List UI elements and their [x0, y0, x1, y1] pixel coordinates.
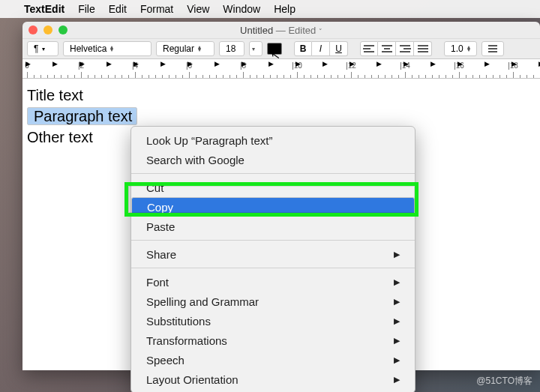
italic-button[interactable]: I: [312, 41, 330, 56]
tab-stop-icon[interactable]: ▶: [80, 60, 85, 67]
window-title-dash: —: [273, 25, 288, 36]
menu-spelling[interactable]: Spelling and Grammar: [131, 292, 415, 311]
menu-separator: [131, 268, 415, 268]
tab-stop-icon[interactable]: ▶: [268, 60, 274, 67]
tab-stop-icon[interactable]: ▶: [52, 60, 58, 67]
menu-layout-orientation[interactable]: Layout Orientation: [131, 370, 415, 389]
tab-stop-icon[interactable]: ▶: [512, 60, 517, 67]
menu-search-google[interactable]: Search with Google: [131, 150, 415, 169]
line-spacing-value: 1.0: [451, 43, 464, 54]
font-family-value: Helvetica: [70, 43, 106, 54]
tab-stop-icon[interactable]: ▶: [322, 60, 328, 67]
titlebar[interactable]: Untitled — Edited ˅: [22, 22, 540, 38]
align-justify-icon: [414, 42, 431, 55]
menu-edit[interactable]: Edit: [109, 3, 127, 15]
updown-icon: ▴▾: [467, 46, 470, 52]
menu-cut[interactable]: Cut: [131, 178, 415, 197]
bold-button[interactable]: B: [294, 41, 312, 56]
menu-share[interactable]: Share: [131, 244, 415, 264]
menu-copy[interactable]: Copy: [131, 197, 415, 217]
tab-stop-icon[interactable]: ▶: [242, 60, 247, 67]
menu-file[interactable]: File: [78, 3, 95, 15]
menu-view[interactable]: View: [187, 3, 209, 15]
watermark: @51CTO博客: [476, 375, 532, 388]
menu-window[interactable]: Window: [223, 3, 260, 15]
font-size-value: 18: [226, 43, 236, 54]
font-family-select[interactable]: Helvetica ▴▾: [63, 41, 152, 56]
text-line-selected[interactable]: Paragraph text: [27, 107, 137, 125]
system-menubar: TextEdit File Edit Format View Window He…: [0, 0, 540, 18]
window-title: Untitled — Edited ˅: [22, 25, 540, 36]
align-center-icon: [378, 42, 395, 55]
chevron-down-icon[interactable]: ˅: [319, 27, 322, 34]
alignment-group: [360, 41, 432, 56]
chevron-down-icon: ▾: [252, 46, 255, 52]
font-size-stepper[interactable]: ▾: [249, 41, 262, 56]
list-icon: [485, 42, 500, 55]
tab-stop-icon[interactable]: ▶: [160, 60, 166, 67]
tab-stop-icon[interactable]: ▶: [430, 60, 436, 67]
updown-icon: ▴▾: [198, 46, 201, 52]
align-center-button[interactable]: [378, 41, 396, 56]
text-color-swatch[interactable]: [267, 43, 282, 55]
tab-stop-icon[interactable]: ▶: [26, 60, 31, 67]
close-button[interactable]: [28, 25, 38, 34]
paragraph-style-select[interactable]: ¶ ▾: [27, 41, 58, 56]
tab-stop-icon[interactable]: ▶: [134, 60, 139, 67]
align-right-icon: [396, 42, 413, 55]
menu-font[interactable]: Font: [131, 272, 415, 292]
text-style-group: B I U: [294, 41, 348, 56]
tab-stop-icon[interactable]: ▶: [350, 60, 355, 67]
menu-help[interactable]: Help: [274, 3, 296, 15]
list-style-select[interactable]: [482, 41, 504, 56]
ruler[interactable]: 0|2|4|6|8|10|12|14|16|18 ▶▶▶▶▶▶▶▶▶▶▶▶▶▶▶…: [22, 59, 540, 79]
tab-stop-icon[interactable]: ▶: [404, 60, 409, 67]
window-title-state: Edited: [288, 25, 316, 36]
tab-stop-icon[interactable]: ▶: [376, 60, 382, 67]
menu-separator: [131, 240, 415, 241]
tab-stop-icon[interactable]: ▶: [214, 60, 220, 67]
context-menu: Look Up “Paragraph text” Search with Goo…: [130, 126, 416, 392]
app-menu[interactable]: TextEdit: [24, 3, 64, 15]
align-right-button[interactable]: [396, 41, 414, 56]
menu-format[interactable]: Format: [140, 3, 173, 15]
align-justify-button[interactable]: [414, 41, 432, 56]
tab-stop-icon[interactable]: ▶: [188, 60, 193, 67]
align-left-icon: [361, 42, 377, 55]
font-weight-value: Regular: [163, 43, 194, 54]
window-title-name: Untitled: [240, 25, 273, 36]
underline-button[interactable]: U: [330, 41, 348, 56]
menu-paste[interactable]: Paste: [131, 217, 415, 236]
font-weight-select[interactable]: Regular ▴▾: [156, 41, 214, 56]
tab-stop-icon[interactable]: ▶: [458, 60, 463, 67]
updown-icon: ▴▾: [110, 46, 113, 52]
menu-substitutions[interactable]: Substitutions: [131, 311, 415, 331]
menu-transformations[interactable]: Transformations: [131, 331, 415, 350]
line-spacing-select[interactable]: 1.0 ▴▾: [444, 41, 477, 56]
chevron-down-icon: ▾: [42, 46, 45, 52]
tab-stop-icon[interactable]: ▶: [106, 60, 112, 67]
menu-lookup[interactable]: Look Up “Paragraph text”: [131, 130, 415, 150]
text-line-title[interactable]: Title text: [27, 85, 536, 106]
format-toolbar: ¶ ▾ Helvetica ▴▾ Regular ▴▾ 18 ▾ B I U: [22, 38, 540, 59]
menu-separator: [131, 173, 415, 174]
menu-speech[interactable]: Speech: [131, 350, 415, 370]
tab-stop-icon[interactable]: ▶: [296, 60, 301, 67]
zoom-button[interactable]: [58, 25, 68, 34]
align-left-button[interactable]: [360, 41, 378, 56]
traffic-lights: [28, 25, 68, 34]
font-size-select[interactable]: 18: [219, 41, 244, 56]
paragraph-style-value: ¶: [34, 43, 38, 54]
minimize-button[interactable]: [44, 25, 52, 34]
tab-stop-icon[interactable]: ▶: [484, 60, 490, 67]
